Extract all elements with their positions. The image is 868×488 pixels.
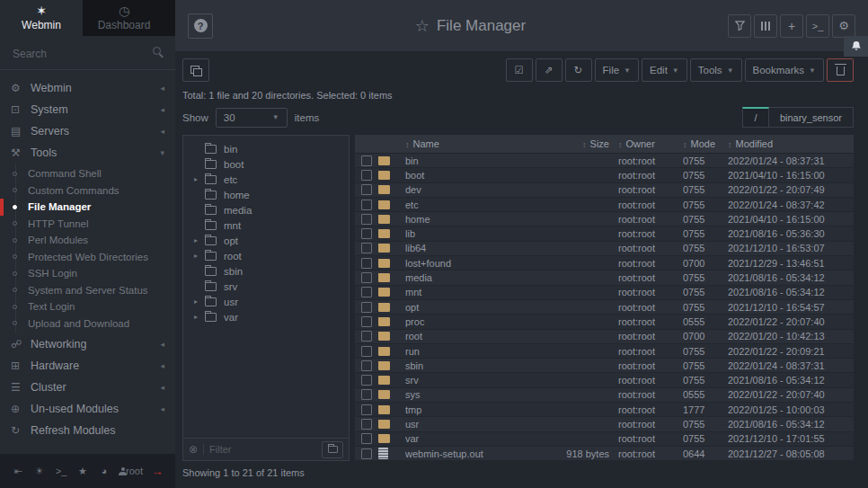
tree-item-bin[interactable]: bin (183, 141, 349, 156)
row-checkbox[interactable] (361, 389, 372, 400)
favorite-star-icon[interactable]: ☆ (415, 16, 430, 36)
row-checkbox[interactable] (361, 184, 372, 195)
file-name[interactable]: boot (405, 170, 536, 181)
row-checkbox[interactable] (361, 272, 372, 283)
theme-icon[interactable]: ☀ (31, 462, 49, 480)
table-row[interactable]: mediaroot:root07552021/08/16 - 05:34:12 (355, 271, 854, 285)
sidebar-item-system-and-server-status[interactable]: System and Server Status (0, 282, 175, 299)
terminal-button[interactable]: >_ (806, 14, 829, 38)
sidebar-item-ssh-login[interactable]: SSH Login (0, 265, 175, 282)
tree-item-usr[interactable]: ▸usr (183, 294, 349, 309)
table-row[interactable]: srvroot:root07552021/08/16 - 05:34:12 (355, 373, 854, 387)
file-name[interactable]: lost+found (405, 258, 536, 269)
menu-bookmarks[interactable]: Bookmarks ▼ (745, 58, 824, 82)
row-checkbox[interactable] (361, 287, 372, 297)
row-checkbox[interactable] (361, 200, 372, 210)
refresh-button[interactable]: ↻ (565, 58, 592, 82)
tab-webmin[interactable]: ✶ Webmin (0, 0, 83, 36)
table-row[interactable]: rootroot:root07002022/01/20 - 10:42:13 (355, 330, 854, 344)
sidebar-item-command-shell[interactable]: Command Shell (0, 165, 175, 182)
table-row[interactable]: homeroot:root07552021/04/10 - 16:15:00 (355, 212, 854, 226)
file-name[interactable]: bin (405, 155, 536, 166)
table-row[interactable]: mntroot:root07552021/08/16 - 05:34:12 (355, 286, 854, 300)
collapse-sidebar-icon[interactable]: ⇤ (9, 462, 27, 480)
row-checkbox[interactable] (361, 258, 372, 269)
file-name[interactable]: mnt (405, 287, 536, 297)
sidebar-item-upload-and-download[interactable]: Upload and Download (0, 315, 175, 333)
sidebar-item-text-login[interactable]: Text Login (0, 298, 175, 315)
row-checkbox[interactable] (361, 433, 372, 444)
help-button[interactable]: ? (188, 13, 213, 39)
table-row[interactable]: tmproot:root17772022/01/25 - 10:00:03 (355, 403, 854, 417)
table-row[interactable]: usrroot:root07552021/08/16 - 05:34:12 (355, 417, 854, 431)
tree-item-home[interactable]: home (183, 187, 349, 202)
table-row[interactable]: lib64root:root07552021/12/10 - 16:53:07 (355, 242, 854, 256)
user-menu[interactable]: root (117, 462, 145, 480)
table-row[interactable]: procroot:root05552022/01/22 - 20:07:40 (355, 315, 854, 329)
sidebar-item-servers[interactable]: ▤Servers◂ (0, 120, 175, 142)
table-row[interactable]: lost+foundroot:root07002021/12/29 - 13:4… (355, 256, 854, 271)
file-name[interactable]: run (405, 346, 536, 357)
row-checkbox[interactable] (361, 346, 372, 357)
sidebar-item-file-manager[interactable]: File Manager (0, 199, 175, 216)
select-all-button[interactable]: ☑ (506, 58, 533, 82)
page-size-select[interactable]: 30 ▼ (216, 108, 288, 128)
row-checkbox[interactable] (361, 331, 372, 342)
file-name[interactable]: lib64 (405, 243, 536, 253)
sidebar-item-protected-web-directories[interactable]: Protected Web Directories (0, 249, 175, 266)
sidebar-item-hardware[interactable]: ⊞Hardware◂ (0, 355, 175, 377)
sidebar-item-http-tunnel[interactable]: HTTP Tunnel (0, 216, 175, 233)
copy-window-button[interactable] (182, 58, 209, 82)
breadcrumb-root[interactable]: / (742, 107, 769, 128)
filter-input[interactable]: Filter (203, 444, 316, 455)
search-input[interactable] (13, 48, 163, 60)
row-checkbox[interactable] (361, 316, 372, 327)
share-button[interactable]: ⇗ (536, 58, 562, 82)
sidebar-item-perl-modules[interactable]: Perl Modules (0, 232, 175, 249)
file-name[interactable]: dev (405, 184, 536, 195)
sidebar-item-tools[interactable]: ⚒Tools▾ (0, 142, 175, 164)
table-row[interactable]: sysroot:root05552022/01/22 - 20:07:40 (355, 388, 854, 403)
terminal-icon[interactable]: >_ (52, 462, 70, 480)
notifications-tab[interactable] (844, 36, 868, 57)
tree-item-opt[interactable]: ▸opt (183, 233, 349, 248)
tree-item-boot[interactable]: boot (183, 156, 349, 172)
row-checkbox[interactable] (361, 375, 372, 386)
table-row[interactable]: etcroot:root07552022/01/24 - 08:37:42 (355, 198, 854, 212)
sidebar-item-refresh-modules[interactable]: ↻Refresh Modules (0, 420, 175, 441)
tree-item-media[interactable]: media (183, 202, 349, 217)
sidebar-item-webmin[interactable]: ⚙Webmin◂ (0, 77, 175, 99)
table-row[interactable]: libroot:root07552021/08/16 - 05:36:30 (355, 226, 854, 241)
favorites-icon[interactable]: ★ (74, 462, 92, 480)
filter-folder-button[interactable] (322, 441, 343, 458)
col-header-owner[interactable]: ↕Owner (618, 138, 683, 149)
language-icon[interactable]: ◕ (95, 462, 113, 480)
sidebar-item-custom-commands[interactable]: Custom Commands (0, 182, 175, 200)
file-name[interactable]: home (405, 214, 536, 225)
file-name[interactable]: srv (405, 375, 536, 386)
file-name[interactable]: sbin (405, 360, 536, 371)
file-name[interactable]: lib (405, 228, 536, 239)
columns-button[interactable] (754, 14, 777, 38)
add-button[interactable]: + (780, 14, 803, 38)
tree-item-mnt[interactable]: mnt (183, 217, 349, 233)
file-name[interactable]: proc (405, 316, 536, 327)
tree-item-root[interactable]: ▸root (183, 248, 349, 263)
tree-item-sbin[interactable]: sbin (183, 263, 349, 279)
col-header-size[interactable]: ↕Size (536, 138, 618, 149)
filter-button[interactable] (728, 14, 751, 38)
table-row[interactable]: webmin-setup.out918 bytesroot:root064420… (355, 447, 854, 461)
file-name[interactable]: root (405, 331, 536, 342)
file-name[interactable]: tmp (405, 404, 536, 415)
breadcrumb-current[interactable]: binary_sensor (769, 107, 854, 128)
col-header-modified[interactable]: ↕Modified (728, 138, 854, 149)
tree-item-etc[interactable]: ▸etc (183, 172, 349, 187)
row-checkbox[interactable] (361, 170, 372, 181)
row-checkbox[interactable] (361, 360, 372, 371)
table-row[interactable]: varroot:root07552021/12/10 - 17:01:55 (355, 432, 854, 447)
file-name[interactable]: sys (405, 389, 536, 400)
tab-dashboard[interactable]: ◷ Dashboard (83, 0, 165, 36)
tree-item-srv[interactable]: srv (183, 279, 349, 294)
settings-button[interactable]: ⚙ (832, 14, 855, 38)
row-checkbox[interactable] (361, 214, 372, 225)
